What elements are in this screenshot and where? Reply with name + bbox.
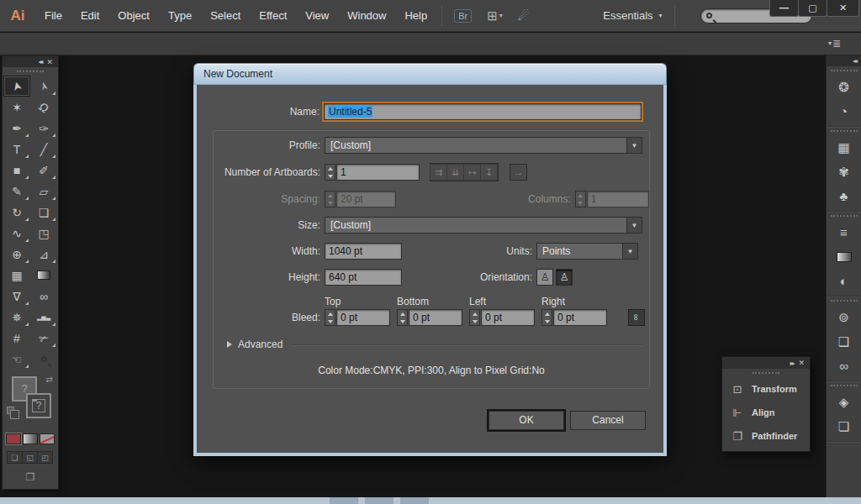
orientation-portrait-button[interactable]: ♙ [536,269,553,286]
layers-panel[interactable]: ◈ [827,390,861,414]
expand-panel-icon[interactable]: ▸▸ [790,360,793,367]
stroke-panel[interactable]: ≡ [827,220,861,244]
selection-tool[interactable]: ➤ [3,76,30,97]
paintbrush-tool[interactable]: ✐ [30,160,57,181]
bleed-left-stepper[interactable] [469,309,480,326]
workspace-switcher[interactable]: Essentials ▾ [603,9,662,22]
height-field[interactable]: 640 pt [325,269,402,286]
color-panel[interactable]: ❂ [827,75,861,99]
direct-selection-tool[interactable]: ➢ [30,76,57,97]
column-graph-tool[interactable]: ▂▅▃ [30,307,57,328]
ok-button[interactable]: OK [489,411,564,430]
zoom-tool[interactable] [30,349,57,370]
shape-builder-tool[interactable]: ⊕ [3,244,30,265]
profile-select[interactable]: [Custom] ▼ [325,137,642,154]
panel-grip[interactable] [831,130,858,134]
cancel-button[interactable]: Cancel [570,411,646,430]
pathfinder-panel-item[interactable]: ❐Pathfinder [722,424,810,448]
menu-select[interactable]: Select [201,0,250,32]
artboards-panel[interactable]: ❏ [827,414,861,438]
close-panel-icon[interactable]: ✕ [798,359,805,367]
name-field[interactable]: Untitled-5 [324,103,642,120]
panel-grip[interactable] [831,300,858,303]
collapse-dock-icon[interactable]: ◂◂ [853,57,856,65]
draw-normal-mode[interactable]: ❏ [7,451,23,464]
gradient-button[interactable] [23,433,38,444]
minimize-button[interactable]: — [769,0,799,17]
color-button[interactable] [6,433,21,444]
type-tool[interactable]: T [3,139,30,160]
advanced-disclosure[interactable]: Advanced [227,339,649,350]
pen-tool[interactable]: ✒ [3,118,30,139]
width-field[interactable]: 1040 pt [325,243,402,260]
panel-grip[interactable] [831,70,858,73]
close-panel-icon[interactable]: ✕ [46,58,53,66]
free-transform-tool[interactable]: ◳ [30,223,57,244]
brushes-panel[interactable]: ✾ [827,160,861,184]
arrange-documents-button[interactable]: ⊞ ▾ [487,8,503,24]
mesh-tool[interactable]: ▦ [3,265,30,286]
lasso-tool[interactable]: Ω [30,97,57,118]
scale-tool[interactable]: ❏ [30,202,57,223]
size-select[interactable]: [Custom] ▼ [325,217,642,234]
menu-effect[interactable]: Effect [250,0,296,32]
artboards-stepper[interactable] [325,164,335,181]
orientation-landscape-button[interactable]: ♙ [556,269,573,286]
panel-grip[interactable] [753,372,779,375]
bleed-link-button[interactable]: ∞ [628,309,645,326]
bleed-left-field[interactable]: 0 pt [481,309,535,326]
menu-help[interactable]: Help [395,0,436,32]
menu-type[interactable]: Type [159,0,201,32]
gradient-tool[interactable] [30,265,57,286]
bridge-button[interactable]: Br [454,9,472,23]
dialog-title-bar[interactable]: New Document [193,63,667,85]
swatches-panel[interactable]: ▦ [827,135,861,160]
panel-grip[interactable] [831,215,858,218]
transform-panel-item[interactable]: ⊡Transform [722,377,810,401]
width-tool[interactable]: ∿ [3,223,30,244]
menu-edit[interactable]: Edit [71,0,108,32]
control-panel-menu-button[interactable]: ▾≣ [828,38,841,50]
default-fill-stroke-icon[interactable] [7,407,14,414]
bleed-bottom-stepper[interactable] [397,309,408,326]
menu-object[interactable]: Object [108,0,159,32]
panel-grip[interactable] [831,385,858,388]
curvature-pen-tool[interactable]: ✑ [30,118,57,139]
bleed-bottom-field[interactable]: 0 pt [409,309,462,326]
transparency-panel[interactable]: ◐ [827,269,861,293]
collapse-panel-icon[interactable]: ◂◂ [38,58,41,66]
stroke-swatch[interactable]: ? [26,393,51,418]
draw-behind-mode[interactable]: ◱ [22,451,38,464]
draw-inside-mode[interactable]: ◰ [37,451,53,464]
screen-mode-button[interactable]: ❐ [3,471,58,483]
graphic-styles-panel[interactable]: ❑ [827,329,861,354]
bleed-right-stepper[interactable] [541,309,552,326]
menu-view[interactable]: View [296,0,338,32]
rectangle-tool[interactable]: ■ [3,160,30,181]
cs-live-button[interactable]: ☄ [518,8,529,24]
eraser-tool[interactable]: ▱ [30,181,57,202]
maximize-button[interactable]: ▢ [798,0,827,17]
pencil-tool[interactable]: ✎ [3,181,30,202]
symbols-panel[interactable]: ♣ [827,184,861,208]
color-guide-panel[interactable]: ◔ [827,99,861,123]
appearance-panel[interactable]: ⊚ [827,305,861,329]
artboard-tool[interactable]: # [3,328,30,349]
menu-window[interactable]: Window [338,0,395,32]
align-panel-item[interactable]: ⊩Align [722,401,810,424]
blend-tool[interactable]: ∞ [30,286,57,307]
menu-file[interactable]: File [35,0,71,32]
perspective-grid-tool[interactable]: ⊿ [30,244,57,265]
eyedropper-tool[interactable]: ∇ [3,286,30,307]
swap-fill-stroke-icon[interactable]: ⇄ [46,375,53,384]
bleed-right-field[interactable]: 0 pt [553,309,607,326]
none-button[interactable] [40,433,55,444]
slice-tool[interactable]: ✃ [30,328,57,349]
units-select[interactable]: Points ▼ [536,243,638,260]
artboards-field[interactable]: 1 [336,164,420,181]
line-segment-tool[interactable]: ╱ [30,139,57,160]
symbol-sprayer-tool[interactable]: ✵ [3,307,30,328]
gradient-panel[interactable] [827,244,861,269]
bleed-top-stepper[interactable] [325,309,335,326]
close-button[interactable]: ✕ [827,0,859,17]
